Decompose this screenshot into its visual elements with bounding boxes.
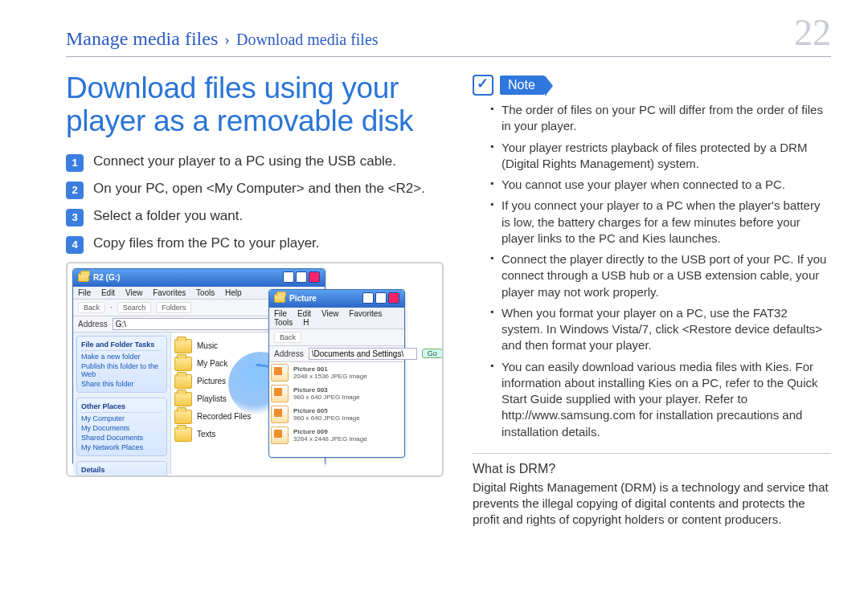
drm-heading: What is DRM?: [473, 462, 831, 476]
menubar: File Edit View Favorites Tools H: [269, 308, 404, 329]
back-button: Back: [78, 302, 105, 313]
side-link: My Documents: [81, 424, 162, 432]
titlebar: R2 (G:): [73, 269, 325, 287]
side-panel: File and Folder Tasks Make a new folder …: [73, 333, 171, 474]
folders-button: Folders: [156, 302, 191, 313]
step-text: On your PC, open <My Computer> and then …: [93, 180, 444, 198]
file-name: Picture 001: [293, 365, 328, 373]
step-text: Select a folder you want.: [93, 207, 444, 226]
address-bar: Address Go: [269, 346, 404, 362]
note-item: You cannot use your player when connecte…: [473, 177, 831, 193]
note-item: If you connect your player to a PC when …: [473, 198, 831, 247]
breadcrumb-separator: ›: [224, 31, 230, 48]
folder-icon: [174, 410, 192, 424]
side-heading: File and Folder Tasks: [81, 341, 162, 351]
titlebar: Picture: [269, 290, 404, 308]
search-button: Search: [117, 302, 152, 313]
divider: [473, 453, 831, 454]
file-meta: 2048 x 1536 JPEG Image: [293, 373, 367, 380]
address-label: Address: [78, 320, 108, 328]
menu-item: View: [321, 309, 339, 318]
page-title: Download files using your player as a re…: [66, 71, 444, 138]
step-number-icon: 2: [66, 182, 84, 199]
menu-item: Help: [225, 288, 242, 297]
note-item: The order of files on your PC will diffe…: [473, 102, 831, 135]
note-header: Note: [473, 75, 831, 96]
page-number: 22: [794, 14, 831, 51]
page-header: Manage media files › Download media file…: [66, 14, 831, 57]
folder-name: Texts: [197, 430, 215, 439]
note-label: Note: [500, 75, 545, 95]
explorer-window-picture: Picture File Edit View Favorites Tools H…: [268, 289, 405, 458]
breadcrumb-section: Manage media files: [66, 28, 218, 49]
file-name: Picture 005: [293, 407, 328, 414]
menu-item: Favorites: [349, 309, 382, 318]
steps-list: 1 Connect your player to a PC using the …: [66, 153, 444, 254]
side-heading: Details: [81, 466, 162, 476]
folder-icon: [174, 357, 192, 371]
note-item: When you format your player on a PC, use…: [473, 305, 831, 354]
step-number-icon: 3: [66, 209, 84, 226]
file-meta: 3264 x 2448 JPEG Image: [293, 435, 367, 443]
window-controls: [361, 292, 399, 305]
side-link: Share this folder: [81, 380, 162, 388]
image-icon: [271, 426, 289, 444]
menu-item: Tools: [196, 288, 215, 297]
side-link: My Computer: [81, 414, 162, 422]
side-heading: Other Places: [81, 402, 162, 413]
menu-item: H: [303, 318, 309, 327]
step-text: Connect your player to a PC using the US…: [93, 153, 444, 171]
folder-icon: [274, 294, 285, 303]
window-controls: [281, 271, 320, 284]
note-item: Connect the player directly to the USB p…: [473, 251, 831, 300]
folder-icon: [174, 392, 192, 406]
step-item: 1 Connect your player to a PC using the …: [66, 153, 444, 172]
file-name: Picture 009: [293, 428, 328, 435]
thumbnail-list: Picture 0012048 x 1536 JPEG Image Pictur…: [269, 362, 404, 446]
address-input: [309, 348, 417, 360]
image-icon: [271, 406, 289, 423]
note-list: The order of files on your PC will diffe…: [473, 102, 831, 440]
side-link: My Network Places: [81, 443, 162, 451]
step-item: 3 Select a folder you want.: [66, 207, 444, 226]
file-name: Picture 003: [293, 386, 328, 394]
folder-name: My Pack: [197, 359, 227, 368]
menu-item: Edit: [101, 288, 115, 297]
back-button: Back: [274, 332, 301, 343]
folder-name: Playlists: [197, 394, 227, 403]
step-item: 4 Copy files from the PC to your player.: [66, 235, 444, 254]
side-link: Make a new folder: [81, 353, 162, 361]
note-item: You can easily download various media fi…: [473, 359, 831, 440]
side-link: Shared Documents: [81, 434, 162, 442]
go-button: Go: [422, 349, 443, 358]
window-title: R2 (G:): [93, 273, 120, 282]
menu-item: File: [78, 288, 91, 297]
menu-item: Tools: [274, 318, 293, 327]
step-number-icon: 4: [66, 236, 84, 254]
breadcrumb: Manage media files › Download media file…: [66, 28, 379, 50]
address-label: Address: [274, 349, 304, 358]
folder-name: Recorded Files: [197, 412, 251, 421]
menu-item: Edit: [297, 309, 311, 318]
folder-icon: [174, 427, 192, 442]
file-meta: 960 x 640 JPEG Image: [293, 394, 360, 401]
folder-icon: [78, 273, 89, 282]
menu-item: Favorites: [153, 288, 186, 297]
folder-name: Pictures: [197, 377, 226, 386]
folder-name: Music: [197, 341, 218, 350]
note-item: Your player restricts playback of files …: [473, 140, 831, 173]
menu-item: View: [125, 288, 143, 297]
side-link: Publish this folder to the Web: [81, 362, 162, 378]
image-icon: [271, 385, 289, 402]
image-icon: [271, 364, 289, 381]
file-meta: 960 x 640 JPEG Image: [293, 414, 360, 422]
folder-icon: [174, 339, 192, 353]
drm-body: Digital Rights Management (DRM) is a tec…: [473, 479, 831, 528]
breadcrumb-page: Download media files: [236, 31, 379, 48]
note-check-icon: [473, 75, 493, 96]
window-title: Picture: [289, 294, 317, 303]
step-text: Copy files from the PC to your player.: [93, 235, 444, 253]
screenshot-illustration: R2 (G:) File Edit View Favorites Tools H…: [66, 262, 444, 477]
step-item: 2 On your PC, open <My Computer> and the…: [66, 180, 444, 199]
toolbar: Back: [269, 329, 404, 346]
